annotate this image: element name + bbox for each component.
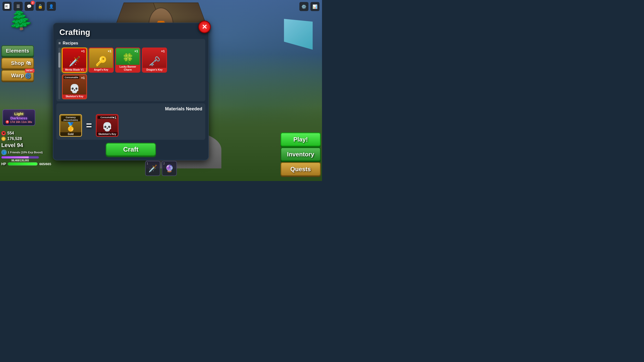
recipes-header: ≡ Recipes	[58, 41, 203, 46]
equals-sign: =	[86, 120, 92, 131]
stats-button[interactable]: 📊	[310, 2, 319, 11]
craft-button[interactable]: Craft	[106, 143, 156, 156]
hotbar-slot-2-num: 2	[163, 162, 165, 165]
angels-key-icon: 🔑	[95, 56, 107, 67]
player-stats: ❤ 554 🪙 176,528 Level 94 👥 1 Friends (10…	[1, 131, 51, 166]
quests-button[interactable]: Quests	[280, 162, 321, 176]
currency-2-value: 176,528	[7, 137, 22, 141]
event-banner[interactable]: Light Darkness ⏱ 17d 16h 11m 38s	[3, 109, 35, 126]
lucky-charm-count: ×1	[134, 49, 138, 53]
top-right-controls: ⚙️ 📊	[299, 2, 319, 11]
recipes-list-icon: ≡	[58, 41, 61, 46]
recipes-scroll-container: ×1 🗡️ Menta Blade V1 ×1 🔑 Angel's Key ×1…	[58, 48, 203, 99]
skeletons-key-ingredient-icon: 💀	[102, 122, 112, 132]
skeletons-key-ingredient-name: Skeleton's Key	[97, 132, 118, 136]
recipes-label: Recipes	[63, 41, 78, 46]
hotbar-slot-1[interactable]: 1 🗡️	[145, 161, 160, 176]
currency-tag: Currency(Nexus/Goblin)	[61, 116, 80, 121]
timer-value: 17d 16h 11m 38s	[10, 120, 32, 123]
coin-icon: 🪙	[1, 137, 6, 141]
hp-label: HP	[1, 162, 6, 166]
shop-button[interactable]: Shop 🛍	[1, 58, 34, 69]
recipe-item-angels-key[interactable]: ×1 🔑 Angel's Key	[89, 48, 114, 73]
friends-boost: 👥 1 Friends (10% Exp Boost)	[1, 150, 51, 155]
gold-name: Gold	[60, 132, 81, 136]
close-button[interactable]: ✕	[198, 21, 211, 33]
recipes-inner: ×1 🗡️ Menta Blade V1 ×1 🔑 Angel's Key ×1…	[62, 48, 203, 99]
skeletons-key-name: Skeleton's Key	[63, 95, 86, 99]
hotbar: 1 🗡️ 2 🔮	[145, 161, 177, 176]
currency-1-value: 554	[7, 131, 14, 135]
elements-button[interactable]: Elements	[1, 45, 34, 57]
event-darkness-label: Darkness	[10, 116, 27, 120]
lock-button[interactable]: 🔒	[36, 2, 45, 11]
consumable-tag: Consumable	[64, 76, 79, 79]
xp-bar	[1, 156, 39, 159]
chat-button[interactable]: 💬 2	[25, 2, 34, 11]
crafting-title: Crafting	[53, 23, 208, 39]
recipe-item-lucky-charm[interactable]: ×1 🍀 Lucky Banner Charm	[115, 48, 140, 73]
currency-2-row: 🪙 176,528	[1, 137, 51, 141]
settings-button[interactable]: ⚙️	[299, 2, 308, 11]
ingredient-count: ×1	[113, 116, 116, 119]
recipe-row-1: ×1 🗡️ Menta Blade V1 ×1 🔑 Angel's Key ×1…	[62, 48, 203, 73]
skeletons-key-count: ×1	[81, 76, 85, 80]
hamburger-icon: ☰	[16, 4, 20, 9]
play-button[interactable]: Play!	[280, 132, 321, 146]
materials-header: Materials Needed	[59, 106, 202, 112]
lock-icon: 🔒	[38, 4, 43, 9]
scroll-track[interactable]	[58, 48, 60, 99]
timer-icon: ⏱	[6, 120, 9, 124]
materials-content: Currency(Nexus/Goblin) 🥇 Gold = Consumab…	[59, 114, 202, 137]
level-display: Level 94	[1, 142, 51, 149]
angels-key-count: ×1	[108, 49, 111, 53]
right-sidebar: Play! Inventory Quests	[280, 132, 321, 176]
profile-button[interactable]: 👤	[47, 2, 56, 11]
health-crystal-icon: ❤	[1, 131, 6, 135]
hotbar-slot-2-item: 🔮	[165, 164, 174, 173]
material-gold: Currency(Nexus/Goblin) 🥇 Gold	[59, 114, 82, 137]
recipe-row-2: Consumable ×1 💀 Skeleton's Key	[62, 74, 203, 99]
craft-btn-container: Craft	[53, 143, 208, 156]
warp-button[interactable]: Warp 🌀 NEW!	[1, 70, 34, 81]
materials-section: Materials Needed Currency(Nexus/Goblin) …	[56, 103, 205, 140]
currency-1-row: ❤ 554	[1, 131, 51, 135]
lucky-charm-name: Lucky Banner Charm	[116, 65, 140, 72]
crafting-modal: ✕ Crafting ≡ Recipes ×1 🗡️ Menta Blade V…	[53, 23, 209, 160]
shop-label: Shop	[11, 60, 24, 66]
dragons-key-icon: 🗝️	[149, 56, 160, 67]
menta-blade-name: Menta Blade V1	[63, 68, 86, 72]
cyan-decoration	[284, 19, 313, 50]
recipe-item-skeletons-key[interactable]: Consumable ×1 💀 Skeleton's Key	[62, 74, 87, 99]
chart-icon: 📊	[312, 4, 317, 9]
currency-subtag: (Nexus/Goblin)	[64, 119, 78, 121]
profile-icon: 👤	[49, 4, 54, 9]
settings-icon: ⚙️	[301, 4, 306, 9]
inventory-button[interactable]: Inventory	[280, 147, 321, 161]
menta-blade-icon: 🗡️	[69, 56, 80, 67]
event-timer: ⏱ 17d 16h 11m 38s	[6, 120, 32, 124]
recipe-item-dragons-key[interactable]: ×1 🗝️ Dragon's Key	[142, 48, 167, 73]
hp-fill	[8, 162, 37, 165]
hp-row: HP 665/665	[1, 162, 51, 166]
scroll-thumb[interactable]	[58, 53, 60, 68]
dragons-key-name: Dragon's Key	[143, 68, 166, 72]
skeletons-key-icon: 💀	[69, 83, 80, 94]
hotbar-slot-2[interactable]: 2 🔮	[162, 161, 177, 176]
recipe-item-menta-blade[interactable]: ×1 🗡️ Menta Blade V1	[62, 48, 87, 73]
dragons-key-count: ×1	[161, 49, 165, 53]
menta-count: ×1	[81, 49, 85, 53]
hp-value: 665/665	[39, 162, 51, 166]
menu-button[interactable]: ☰	[14, 2, 23, 11]
gold-icon: 🥇	[65, 122, 76, 132]
xp-text: 99,468/135,093	[1, 159, 39, 162]
friends-text: 1 Friends (10% Exp Boost)	[8, 151, 43, 154]
shop-icon: 🛍	[26, 60, 31, 66]
new-badge: NEW!	[25, 69, 34, 73]
hotbar-slot-1-num: 1	[147, 162, 148, 165]
friends-icon: 👥	[1, 150, 7, 155]
chat-badge: 2	[31, 1, 35, 5]
roblox-logo-button[interactable]: R	[3, 2, 12, 11]
hotbar-slot-1-item: 🗡️	[148, 164, 157, 173]
top-bar: R ☰ 💬 2 🔒 👤 ⚙️ 📊	[0, 0, 322, 13]
